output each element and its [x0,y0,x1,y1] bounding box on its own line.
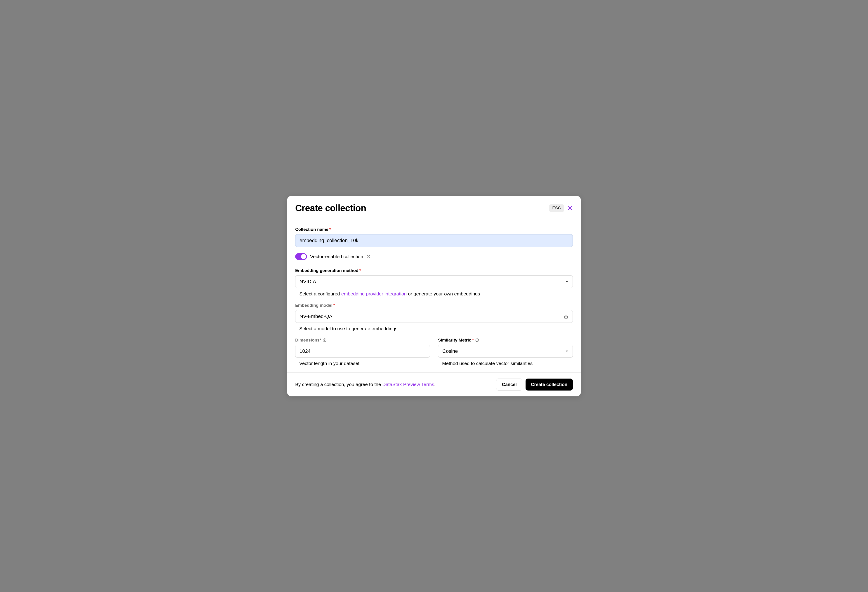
close-icon[interactable] [567,205,573,211]
required-star: * [359,268,361,273]
toggle-knob [301,254,306,259]
embedding-method-field: Embedding generation method* NVIDIA Sele… [295,268,573,297]
collection-name-label: Collection name* [295,227,573,232]
similarity-selected: Cosine [442,348,458,354]
footer-terms: By creating a collection, you agree to t… [295,382,435,387]
embedding-method-helper: Select a configured embedding provider i… [295,291,573,297]
dimensions-input[interactable] [295,345,430,358]
info-icon[interactable] [475,338,479,342]
vector-toggle-row: Vector-enabled collection [295,253,573,260]
modal-body: Collection name* Vector-enabled collecti… [287,219,581,373]
terms-link[interactable]: DataStax Preview Terms [382,382,434,387]
dimensions-field: Dimensions* Vector length in your datase… [295,338,430,366]
embedding-model-helper: Select a model to use to generate embedd… [295,326,573,331]
helper-suffix: or generate your own embeddings [407,291,480,296]
similarity-helper: Method used to calculate vector similari… [438,361,573,366]
vector-enabled-toggle[interactable] [295,253,307,260]
required-star: * [329,227,331,232]
embedding-model-field: Embedding model* NV-Embed-QA Select a mo… [295,303,573,331]
embedding-model-selected: NV-Embed-QA [300,314,332,320]
create-collection-modal: Create collection ESC Collection name* V… [287,196,581,396]
dimensions-label: Dimensions* [295,338,430,343]
terms-suffix: . [434,382,435,387]
embedding-provider-link[interactable]: embedding provider integration [341,291,407,296]
cancel-button[interactable]: Cancel [496,378,523,390]
modal-close-group: ESC [549,205,573,212]
similarity-field: Similarity Metric* Cosine M [438,338,573,366]
vector-toggle-label: Vector-enabled collection [310,254,363,259]
similarity-label-text: Similarity Metric [438,338,471,343]
modal-footer: By creating a collection, you agree to t… [287,373,581,396]
embedding-model-label-text: Embedding model [295,303,332,308]
modal-header: Create collection ESC [287,196,581,219]
dimensions-similarity-row: Dimensions* Vector length in your datase… [295,338,573,366]
required-star: * [334,303,335,308]
create-collection-button[interactable]: Create collection [526,378,573,390]
embedding-model-label: Embedding model* [295,303,573,308]
embedding-method-label-text: Embedding generation method [295,268,359,273]
embedding-method-select[interactable]: NVIDIA [295,275,573,288]
required-star: * [472,338,474,343]
collection-name-field: Collection name* [295,227,573,247]
helper-prefix: Select a configured [299,291,341,296]
embedding-method-selected: NVIDIA [300,279,316,284]
dimensions-label-text: Dimensions* [295,338,321,343]
similarity-select[interactable]: Cosine [438,345,573,358]
collection-name-input[interactable] [295,234,573,247]
chevron-down-icon [565,350,568,353]
esc-badge[interactable]: ESC [549,205,564,212]
similarity-label: Similarity Metric* [438,338,573,343]
modal-title: Create collection [295,203,366,213]
embedding-model-select: NV-Embed-QA [295,310,573,323]
svg-point-4 [566,317,566,317]
embedding-method-label: Embedding generation method* [295,268,573,273]
info-icon[interactable] [366,255,371,259]
footer-buttons: Cancel Create collection [496,378,573,390]
terms-prefix: By creating a collection, you agree to t… [295,382,382,387]
chevron-down-icon [565,280,568,283]
collection-name-label-text: Collection name [295,227,328,232]
info-icon[interactable] [323,338,327,342]
dimensions-helper: Vector length in your dataset [295,361,430,366]
lock-icon [564,314,568,319]
